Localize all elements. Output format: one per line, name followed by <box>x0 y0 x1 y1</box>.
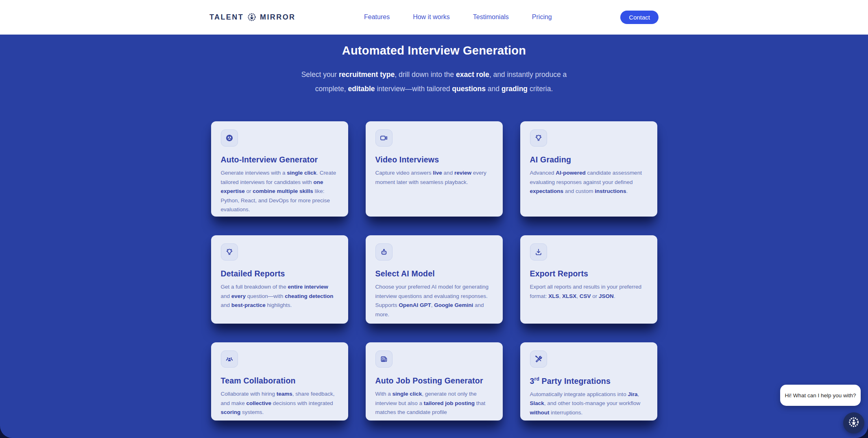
lightbulb-icon <box>221 243 238 261</box>
top-navigation-bar: TALENT MIRROR Features How it works Test… <box>0 0 868 35</box>
card-description: Generate interviews with a single click.… <box>221 169 338 215</box>
robot-icon <box>375 243 393 261</box>
page-subtitle: Select your recruitment type, drill down… <box>253 68 615 96</box>
nav-link-how-it-works[interactable]: How it works <box>413 13 450 21</box>
feature-card-third-party-integrations: 3rd Party Integrations Automatically int… <box>520 342 657 420</box>
feature-card-select-ai-model: Select AI Model Choose your preferred AI… <box>366 235 503 324</box>
card-description: Collaborate with hiring teams, share fee… <box>221 390 338 417</box>
nav-link-testimonials[interactable]: Testimonials <box>473 13 509 21</box>
feature-card-export-reports: Export Reports Export all reports and re… <box>520 235 657 324</box>
card-description: Choose your preferred AI model for gener… <box>375 283 493 319</box>
card-title: AI Grading <box>530 155 648 164</box>
feature-card-detailed-reports: Detailed Reports Get a full breakdown of… <box>211 235 348 324</box>
card-description: Automatically integrate applications int… <box>530 390 648 418</box>
gear-icon <box>221 129 238 147</box>
video-camera-icon <box>375 129 393 147</box>
tools-icon <box>530 350 547 368</box>
feature-card-auto-interview-generator: Auto-Interview Generator Generate interv… <box>211 121 348 217</box>
chat-greeting-bubble[interactable]: Hi! What can I help you with? <box>780 385 861 406</box>
card-description: Advanced AI-powered candidate assessment… <box>530 169 648 196</box>
card-title: Team Collaboration <box>221 376 338 385</box>
brand-logo[interactable]: TALENT MIRROR <box>209 12 295 22</box>
brand-word-left: TALENT <box>209 13 244 22</box>
download-icon <box>530 243 547 261</box>
brand-word-right: MIRROR <box>260 13 295 22</box>
gear-person-icon <box>247 12 257 22</box>
card-description: Get a full breakdown of the entire inter… <box>221 283 338 310</box>
subtitle-line-1: Select your recruitment type, drill down… <box>253 68 615 82</box>
feature-card-auto-job-posting: Auto Job Posting Generator With a single… <box>366 342 503 420</box>
card-title: Detailed Reports <box>221 269 338 278</box>
features-section: Automated Interview Generation Select yo… <box>0 35 868 438</box>
card-title: Video Interviews <box>375 155 493 164</box>
gear-person-icon <box>848 416 860 430</box>
subtitle-line-2: complete, editable interview—with tailor… <box>253 82 615 96</box>
nav-link-features[interactable]: Features <box>364 13 390 21</box>
main-nav: Features How it works Testimonials Prici… <box>364 13 552 21</box>
page-title: Automated Interview Generation <box>0 35 868 58</box>
card-title: Export Reports <box>530 269 648 278</box>
lightbulb-icon <box>530 129 547 147</box>
card-description: Export all reports and results in your p… <box>530 283 648 301</box>
card-title: 3rd Party Integrations <box>530 376 648 386</box>
card-title: Select AI Model <box>375 269 493 278</box>
feature-cards-grid: Auto-Interview Generator Generate interv… <box>211 121 657 420</box>
feature-card-ai-grading: AI Grading Advanced AI-powered candidate… <box>520 121 657 217</box>
chat-launcher-button[interactable] <box>843 412 864 434</box>
card-title: Auto Job Posting Generator <box>375 376 493 385</box>
card-description: With a single click, generate not only t… <box>375 390 493 417</box>
feature-card-team-collaboration: Team Collaboration Collaborate with hiri… <box>211 342 348 420</box>
card-description: Capture video answers live and review ev… <box>375 169 493 187</box>
team-icon <box>221 350 238 368</box>
newspaper-icon <box>375 350 393 368</box>
nav-link-pricing[interactable]: Pricing <box>532 13 552 21</box>
contact-button[interactable]: Contact <box>620 11 659 24</box>
feature-card-video-interviews: Video Interviews Capture video answers l… <box>366 121 503 217</box>
card-title: Auto-Interview Generator <box>221 155 338 164</box>
